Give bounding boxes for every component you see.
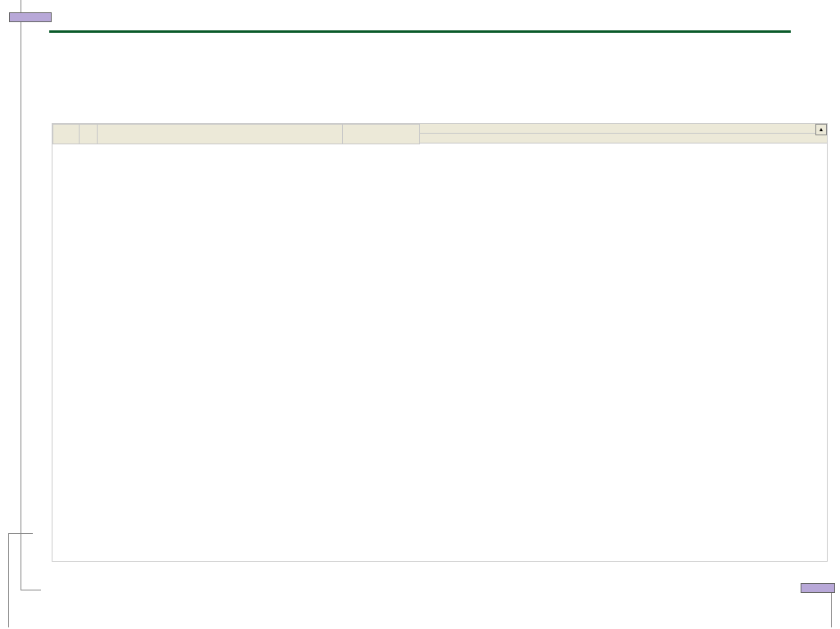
col-header-name[interactable]: [97, 125, 342, 144]
gantt-week-header: [420, 124, 827, 134]
col-header-indicators[interactable]: [79, 125, 97, 144]
gantt-chart: ▴: [420, 124, 827, 561]
col-header-id[interactable]: [53, 125, 80, 144]
task-table: [52, 124, 420, 561]
col-header-duration[interactable]: [343, 125, 420, 144]
decorative-frame: [807, 586, 832, 627]
gantt-day-header: [420, 134, 827, 144]
page-title: [0, 0, 840, 30]
title-underline: [49, 30, 791, 33]
scroll-up-button[interactable]: ▴: [815, 124, 827, 135]
decorative-frame: [8, 533, 33, 627]
project-view: ▴: [52, 123, 828, 562]
decorative-frame: [21, 0, 41, 590]
